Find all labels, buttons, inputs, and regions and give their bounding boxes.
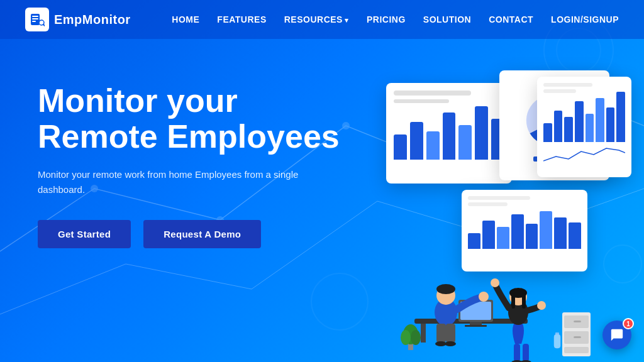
svg-rect-52	[574, 336, 581, 338]
chat-badge: 1	[623, 318, 634, 329]
people-svg	[336, 202, 631, 362]
nav-resources[interactable]: RESOURCES	[284, 14, 349, 25]
chat-widget[interactable]: 1	[602, 321, 631, 349]
hero-subtitle: Monitor your remote work from home Emplo…	[38, 167, 308, 197]
svg-rect-28	[446, 324, 455, 343]
dashboard-illustration: 60% 40%	[336, 58, 631, 359]
brand-name: EmpMonitor	[54, 13, 131, 27]
nav-home[interactable]: HOME	[172, 14, 199, 25]
nav-contact[interactable]: CONTACT	[489, 14, 533, 25]
bar-chart	[394, 109, 504, 160]
hero-title: Monitor your Remote Employees	[38, 83, 365, 155]
logo[interactable]: EmpMonitor	[25, 8, 131, 31]
svg-point-31	[479, 292, 489, 302]
nav-links: HOME FEATURES RESOURCES PRICING SOLUTION…	[172, 14, 619, 25]
svg-rect-36	[522, 293, 526, 309]
hero-content: Monitor your Remote Employees Monitor yo…	[38, 70, 365, 248]
svg-rect-39	[514, 344, 520, 361]
svg-rect-35	[511, 293, 515, 309]
nav-solution[interactable]: SOLUTION	[423, 14, 471, 25]
svg-rect-27	[436, 324, 446, 343]
hero-illustration: 60% 40%	[336, 58, 631, 359]
svg-rect-40	[523, 344, 529, 361]
svg-rect-53	[554, 334, 560, 348]
nav-features[interactable]: FEATURES	[217, 14, 266, 25]
logo-icon	[25, 8, 49, 31]
svg-rect-10	[32, 16, 38, 17]
mini-bar-chart-card	[537, 77, 631, 177]
card-title-line	[394, 90, 471, 96]
svg-rect-11	[32, 18, 38, 19]
svg-point-37	[491, 278, 499, 287]
request-demo-button[interactable]: Request A Demo	[143, 220, 261, 248]
svg-line-14	[43, 25, 45, 26]
chat-icon	[610, 328, 624, 342]
svg-rect-18	[421, 324, 426, 343]
mini-bar-chart	[543, 98, 625, 142]
card-subtitle-line	[394, 99, 449, 103]
svg-point-38	[537, 301, 546, 310]
svg-rect-12	[32, 21, 36, 22]
svg-rect-51	[574, 321, 581, 322]
hero-section: Monitor your Remote Employees Monitor yo…	[0, 39, 644, 361]
get-started-button[interactable]: Get Started	[38, 220, 131, 248]
svg-rect-22	[470, 322, 482, 325]
svg-rect-23	[465, 325, 487, 327]
svg-rect-50	[564, 347, 589, 353]
svg-rect-54	[555, 332, 559, 335]
bar-chart-card	[386, 83, 512, 184]
nav-login[interactable]: LOGIN/SIGNUP	[551, 14, 619, 25]
hero-buttons: Get Started Request A Demo	[38, 220, 365, 248]
svg-point-45	[401, 330, 411, 345]
svg-point-30	[445, 341, 456, 346]
svg-point-26	[436, 284, 455, 294]
navbar: EmpMonitor HOME FEATURES RESOURCES PRICI…	[0, 0, 644, 39]
svg-point-46	[411, 330, 421, 345]
nav-pricing[interactable]: PRICING	[367, 14, 406, 25]
